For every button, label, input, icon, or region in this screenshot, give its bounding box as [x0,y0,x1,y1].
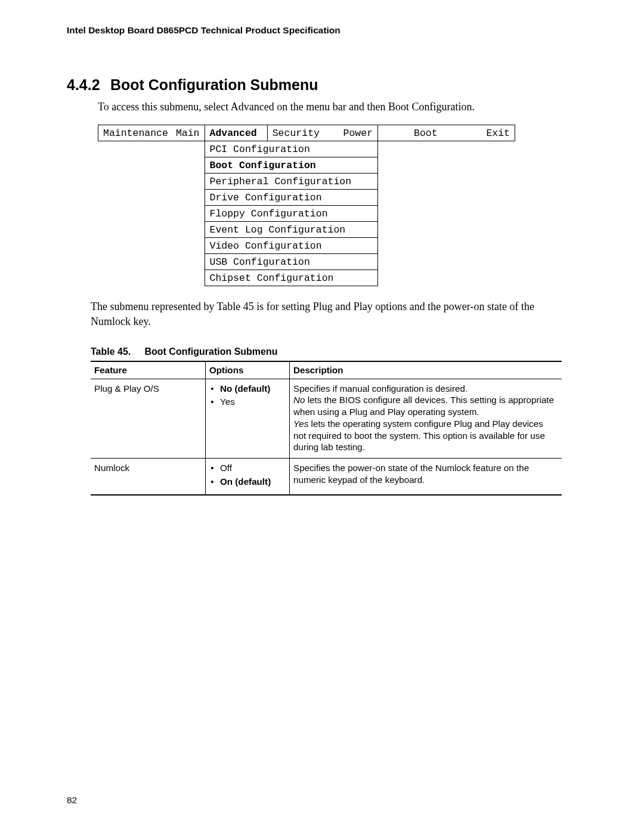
intro-paragraph: To access this submenu, select Advanced … [98,100,577,114]
section-number: 4.4.2 [67,76,106,94]
submenu-item: Drive Configuration [205,190,378,206]
menu-tab-main-label: Main [176,128,200,139]
menu-tab-security-label: Security [273,128,320,139]
desc-emph: Yes [293,419,308,429]
table-row: Plug & Play O/S No (default) Yes Specifi… [91,379,562,459]
table-caption-title: Boot Configuration Submenu [144,346,277,357]
option-label: No (default) [220,383,270,394]
submenu-item: Event Log Configuration [205,222,378,238]
page-number: 82 [67,795,77,806]
bios-menu-diagram: Maintenance Main Advanced Security Power… [98,125,577,286]
running-header: Intel Desktop Board D865PCD Technical Pr… [67,25,577,36]
options-cell: Off On (default) [206,459,290,495]
submenu-item: USB Configuration [205,254,378,270]
menu-tab-exit-label: Exit [486,128,510,139]
submenu-item: Video Configuration [205,238,378,254]
desc-emph: No [293,395,305,405]
menu-tab-advanced: Advanced [205,125,267,141]
desc-text: Specifies if manual configuration is des… [293,383,467,394]
description-cell: Specifies if manual configuration is des… [290,379,562,459]
col-header-description: Description [290,361,562,379]
menu-tab-security-power: Security Power [267,125,377,141]
feature-cell: Plug & Play O/S [91,379,206,459]
feature-table: Feature Options Description Plug & Play … [91,361,562,496]
after-menu-paragraph: The submenu represented by Table 45 is f… [91,299,550,329]
table-caption: Table 45. Boot Configuration Submenu [91,346,577,357]
bios-menu-table: Maintenance Main Advanced Security Power… [98,125,515,286]
option-label: On (default) [220,476,271,487]
submenu-item: Floppy Configuration [205,206,378,222]
menu-tab-boot-exit: Boot Exit [378,125,515,141]
option-label: Yes [220,397,235,407]
col-header-options: Options [206,361,290,379]
section-title: Boot Configuration Submenu [110,76,318,93]
submenu-item: Peripheral Configuration [205,174,378,190]
menu-tab-boot-label: Boot [395,128,457,139]
description-cell: Specifies the power-on state of the Numl… [290,459,562,495]
page: Intel Desktop Board D865PCD Technical Pr… [0,0,644,833]
col-header-feature: Feature [91,361,206,379]
section-heading: 4.4.2 Boot Configuration Submenu [67,76,577,94]
submenu-item: PCI Configuration [205,141,378,157]
feature-cell: Numlock [91,459,206,495]
options-cell: No (default) Yes [206,379,290,459]
option-label: Off [220,463,232,473]
table-caption-number: Table 45. [91,346,142,357]
desc-text: lets the operating system configure Plug… [293,419,545,453]
menu-tab-maintenance-label: Maintenance [103,128,170,139]
menu-tab-maintenance-main: Maintenance Main [98,125,205,141]
desc-text: Specifies the power-on state of the Numl… [293,463,529,485]
submenu-item: Chipset Configuration [205,270,378,286]
desc-text: lets the BIOS configure all devices. Thi… [293,395,554,417]
table-row: Numlock Off On (default) Specifies the p… [91,459,562,495]
menu-tab-power-label: Power [343,128,373,139]
submenu-item-active: Boot Configuration [205,157,378,174]
